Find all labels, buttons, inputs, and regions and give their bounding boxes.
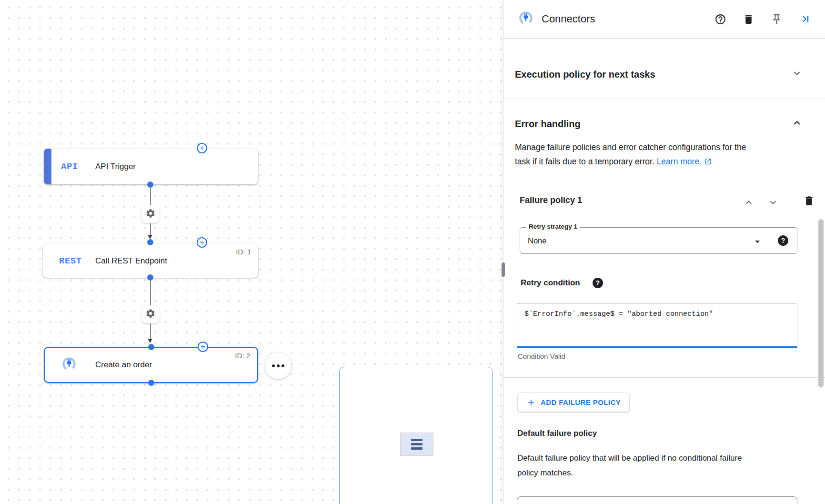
error-handling-section-header[interactable]: Error handling — [515, 113, 803, 134]
description-line: Default failure policy that will be appl… — [517, 451, 813, 465]
panel-scrollbar[interactable] — [818, 219, 824, 387]
connectors-icon — [519, 11, 533, 27]
node-label: Create an order — [95, 360, 152, 370]
panel-resize-handle[interactable] — [502, 262, 505, 277]
retry-condition-input[interactable]: $`ErrorInfo`.message$ = "aborted connect… — [517, 303, 797, 348]
collapse-panel-icon[interactable] — [798, 13, 811, 25]
edge-config-gear-button[interactable] — [141, 305, 160, 323]
connectors-config-panel: Connectors Execution policy for next tas… — [503, 0, 825, 504]
description-line: policy matches. — [517, 465, 813, 480]
retry-strategy-label: Retry strategy 1 — [526, 223, 580, 230]
error-handling-description: Manage failure policies and error catche… — [515, 140, 810, 170]
section-title: Execution policy for next tasks — [515, 69, 655, 80]
connectors-icon — [62, 357, 76, 373]
move-down-icon[interactable] — [767, 197, 779, 210]
edge-arrowhead — [148, 339, 152, 343]
edge-out-port[interactable] — [148, 380, 154, 386]
node-more-actions-button[interactable] — [265, 353, 292, 379]
panel-header: Connectors — [503, 0, 825, 39]
default-failure-policy-title: Default failure policy — [517, 429, 597, 438]
panel-title: Connectors — [542, 13, 595, 25]
description-line: Manage failure policies and error catche… — [515, 140, 810, 154]
open-in-new-icon — [704, 155, 712, 170]
node-id-label: ID: 1 — [236, 248, 251, 256]
edge-out-port[interactable] — [147, 181, 153, 188]
learn-more-link[interactable]: Learn more. — [657, 157, 702, 166]
workflow-canvas[interactable]: API API Trigger REST Call REST Endpoint … — [0, 0, 504, 504]
section-title: Error handling — [515, 119, 581, 130]
description-line: task if it fails due to a temporary erro… — [515, 157, 654, 166]
node-create-an-order[interactable]: Create an order ID: 2 — [44, 347, 258, 383]
minimap-box[interactable] — [339, 367, 493, 504]
help-icon[interactable] — [714, 13, 726, 25]
retry-strategy-value: None — [528, 236, 546, 245]
add-task-plus-button[interactable] — [197, 237, 207, 248]
node-label: Call REST Endpoint — [95, 256, 167, 266]
execution-policy-section-header[interactable]: Execution policy for next tasks — [515, 62, 803, 87]
default-failure-policy-description: Default failure policy that will be appl… — [517, 451, 813, 480]
failure-policy-title: Failure policy 1 — [520, 195, 582, 205]
node-call-rest-endpoint[interactable]: REST Call REST Endpoint ID: 1 — [43, 244, 258, 278]
edge-in-port[interactable] — [147, 239, 153, 245]
help-filled-icon[interactable] — [778, 235, 788, 246]
hamburger-icon — [411, 439, 423, 441]
chevron-up-icon[interactable] — [791, 117, 803, 131]
section-divider — [503, 99, 825, 99]
edge-arrowhead — [148, 235, 152, 239]
retry-condition-row: Retry condition — [521, 278, 603, 288]
node-label: API Trigger — [95, 162, 136, 171]
trigger-accent-bar — [44, 149, 51, 184]
add-failure-policy-label: ADD FAILURE POLICY — [541, 398, 621, 406]
node-id-label: ID: 2 — [235, 352, 250, 360]
add-failure-policy-button[interactable]: ADD FAILURE POLICY — [517, 393, 630, 412]
edge-in-port[interactable] — [148, 344, 154, 350]
minimap-node-chip — [400, 433, 433, 456]
edge-out-port[interactable] — [147, 274, 153, 281]
delete-task-icon[interactable] — [742, 13, 755, 25]
pin-panel-icon[interactable] — [770, 13, 783, 25]
rest-badge: REST — [59, 256, 82, 266]
gear-icon — [145, 308, 156, 321]
retry-condition-label: Retry condition — [521, 278, 580, 288]
dropdown-caret-icon[interactable] — [752, 236, 763, 249]
ellipsis-icon — [272, 364, 275, 367]
api-badge: API — [61, 161, 78, 172]
node-api-trigger[interactable]: API API Trigger — [44, 149, 258, 184]
help-filled-icon[interactable] — [593, 278, 603, 288]
default-retry-strategy-select[interactable] — [517, 496, 797, 504]
move-up-icon[interactable] — [743, 197, 755, 210]
plus-icon — [526, 398, 536, 407]
retry-strategy-select[interactable]: Retry strategy 1 None — [520, 227, 797, 254]
gear-icon — [145, 208, 156, 221]
add-task-plus-button[interactable] — [198, 342, 208, 352]
failure-policy-header-row: Failure policy 1 — [503, 193, 825, 212]
section-divider — [503, 377, 825, 378]
delete-failure-policy-icon[interactable] — [803, 195, 815, 209]
edge-config-gear-button[interactable] — [141, 205, 160, 223]
add-task-plus-button[interactable] — [197, 143, 207, 153]
chevron-down-icon[interactable] — [791, 67, 803, 81]
condition-status-text: Condition Valid — [518, 352, 565, 360]
